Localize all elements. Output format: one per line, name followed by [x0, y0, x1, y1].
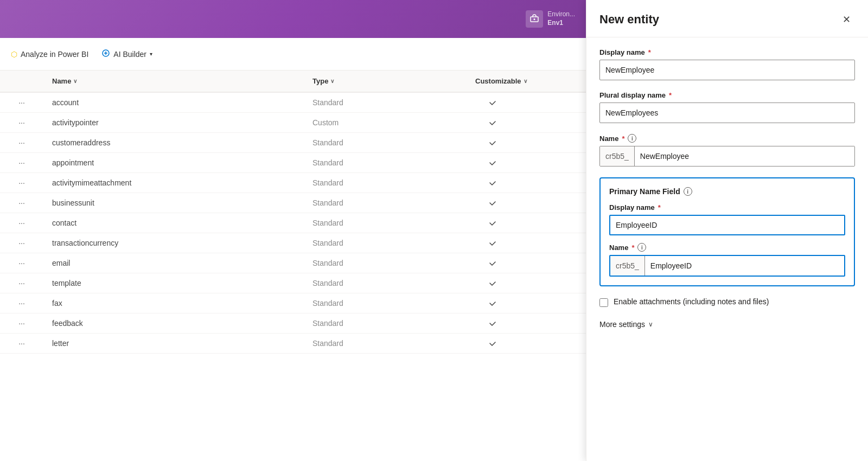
plural-display-name-input[interactable]	[599, 103, 855, 123]
row-menu-dots[interactable]: ···	[0, 178, 43, 187]
name-suffix-input[interactable]	[635, 146, 854, 166]
inner-display-name-label: Display name *	[609, 203, 845, 212]
name-info-icon[interactable]: i	[628, 134, 636, 143]
row-customizable	[467, 118, 586, 127]
table-row[interactable]: ··· feedback Standard	[0, 313, 586, 334]
row-customizable	[467, 219, 586, 227]
row-customizable	[467, 158, 586, 167]
primary-name-field-title: Primary Name Field i	[609, 187, 845, 196]
row-entity-type: Standard	[304, 339, 467, 348]
name-group: Name * i cr5b5_	[599, 134, 855, 167]
table-row[interactable]: ··· activitypointer Custom	[0, 113, 586, 133]
row-menu-dots[interactable]: ···	[0, 219, 43, 227]
row-customizable	[467, 199, 586, 207]
primary-name-info-icon[interactable]: i	[684, 187, 692, 196]
toolbar: ⬡ Analyze in Power BI AI Builder ▾	[0, 38, 586, 71]
row-menu-dots[interactable]: ···	[0, 259, 43, 267]
powerbi-icon: ⬡	[11, 50, 17, 59]
environment-icon	[526, 10, 543, 28]
inner-name-suffix-input[interactable]	[645, 256, 844, 276]
row-menu-dots[interactable]: ···	[0, 138, 43, 147]
row-entity-type: Standard	[304, 239, 467, 247]
col-name-label: Name	[52, 77, 71, 85]
close-icon: ✕	[843, 14, 851, 25]
more-settings-label: More settings	[599, 320, 645, 329]
close-panel-button[interactable]: ✕	[838, 11, 855, 28]
table-row[interactable]: ··· appointment Standard	[0, 153, 586, 173]
row-customizable	[467, 319, 586, 328]
col-header-menu	[0, 77, 43, 85]
table-row[interactable]: ··· customeraddress Standard	[0, 133, 586, 153]
row-entity-name: account	[43, 98, 304, 107]
row-customizable	[467, 339, 586, 348]
env-label: Environ...	[547, 10, 575, 19]
environment-text: Environ... Env1	[547, 10, 575, 27]
display-name-input[interactable]	[599, 60, 855, 80]
name-sort-icon: ∨	[73, 78, 77, 84]
row-entity-type: Standard	[304, 299, 467, 308]
svg-point-1	[534, 18, 535, 20]
row-entity-type: Standard	[304, 199, 467, 207]
col-header-name[interactable]: Name ∨	[43, 77, 304, 85]
row-entity-type: Standard	[304, 219, 467, 227]
row-customizable	[467, 279, 586, 287]
inner-display-name-group: Display name *	[609, 203, 845, 235]
attachments-label[interactable]: Enable attachments (including notes and …	[614, 297, 769, 306]
analyze-powerbi-button[interactable]: ⬡ Analyze in Power BI	[11, 50, 88, 59]
row-entity-type: Standard	[304, 319, 467, 328]
entity-table: Name ∨ Type ∨ Customizable ∨ ··· account…	[0, 71, 586, 354]
inner-name-prefix-label: cr5b5_	[610, 256, 645, 276]
more-settings-button[interactable]: More settings ∨	[599, 318, 855, 331]
table-row[interactable]: ··· letter Standard	[0, 334, 586, 354]
row-entity-name: feedback	[43, 319, 304, 328]
row-menu-dots[interactable]: ···	[0, 319, 43, 328]
table-row[interactable]: ··· template Standard	[0, 273, 586, 293]
ai-builder-button[interactable]: AI Builder ▾	[101, 49, 152, 59]
row-entity-type: Custom	[304, 118, 467, 127]
analyze-powerbi-label: Analyze in Power BI	[21, 50, 88, 59]
col-header-customizable[interactable]: Customizable ∨	[467, 77, 586, 85]
table-row[interactable]: ··· account Standard	[0, 93, 586, 113]
inner-name-info-icon[interactable]: i	[637, 243, 646, 252]
name-prefix-label: cr5b5_	[600, 146, 635, 166]
row-entity-name: customeraddress	[43, 138, 304, 147]
inner-name-required: *	[631, 244, 634, 252]
row-menu-dots[interactable]: ···	[0, 339, 43, 348]
inner-display-required: *	[658, 203, 661, 212]
row-entity-type: Standard	[304, 279, 467, 287]
row-menu-dots[interactable]: ···	[0, 199, 43, 207]
top-bar: Environ... Env1	[0, 0, 586, 38]
row-entity-name: letter	[43, 339, 304, 348]
col-custom-label: Customizable	[475, 77, 521, 85]
row-menu-dots[interactable]: ···	[0, 239, 43, 247]
panel-title: New entity	[599, 12, 659, 27]
table-row[interactable]: ··· transactioncurrency Standard	[0, 233, 586, 253]
col-header-type[interactable]: Type ∨	[304, 77, 467, 85]
row-entity-name: activitypointer	[43, 118, 304, 127]
attachments-checkbox-row: Enable attachments (including notes and …	[599, 297, 855, 307]
row-customizable	[467, 299, 586, 308]
row-menu-dots[interactable]: ···	[0, 98, 43, 107]
row-menu-dots[interactable]: ···	[0, 299, 43, 308]
attachments-checkbox[interactable]	[599, 298, 608, 307]
row-entity-name: businessunit	[43, 199, 304, 207]
row-menu-dots[interactable]: ···	[0, 158, 43, 167]
table-row[interactable]: ··· fax Standard	[0, 293, 586, 313]
primary-name-field-section: Primary Name Field i Display name * Name…	[599, 177, 855, 286]
row-menu-dots[interactable]: ···	[0, 279, 43, 287]
table-row[interactable]: ··· businessunit Standard	[0, 193, 586, 213]
row-entity-name: transactioncurrency	[43, 239, 304, 247]
table-row[interactable]: ··· activitymimeattachment Standard	[0, 173, 586, 193]
row-customizable	[467, 98, 586, 107]
row-menu-dots[interactable]: ···	[0, 118, 43, 127]
custom-sort-icon: ∨	[524, 78, 527, 84]
table-row[interactable]: ··· email Standard	[0, 253, 586, 273]
row-customizable	[467, 138, 586, 147]
name-label: Name * i	[599, 134, 855, 143]
ai-builder-chevron-icon: ▾	[150, 51, 152, 57]
inner-display-name-input[interactable]	[609, 215, 845, 235]
table-rows: ··· account Standard ··· activitypointer…	[0, 93, 586, 354]
plural-display-name-group: Plural display name *	[599, 91, 855, 123]
table-row[interactable]: ··· contact Standard	[0, 213, 586, 233]
display-name-group: Display name *	[599, 48, 855, 80]
